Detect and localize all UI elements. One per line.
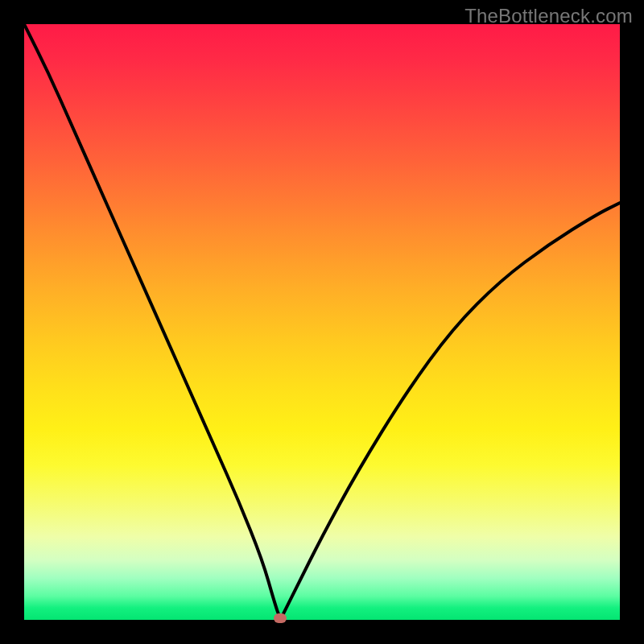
curve-svg xyxy=(24,24,620,620)
plot-area xyxy=(24,24,620,620)
bottleneck-curve xyxy=(24,24,620,617)
minimum-marker xyxy=(274,613,287,623)
chart-outer-frame: TheBottleneck.com xyxy=(0,0,644,644)
